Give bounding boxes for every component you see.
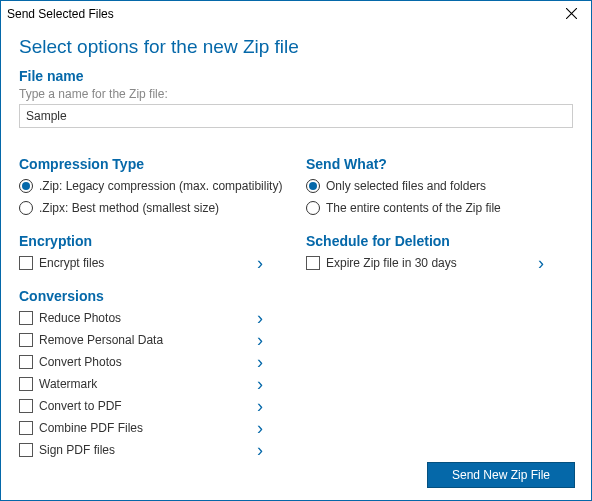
close-button[interactable] xyxy=(551,1,591,26)
radio-icon xyxy=(19,201,33,215)
checkbox-label: Combine PDF Files xyxy=(39,421,143,435)
reduce-photos-checkbox[interactable]: Reduce Photos xyxy=(19,307,121,329)
checkbox-icon xyxy=(19,377,33,391)
filename-hint: Type a name for the Zip file: xyxy=(19,87,573,101)
radio-zip-legacy[interactable]: .Zip: Legacy compression (max. compatibi… xyxy=(19,175,286,197)
combine-pdf-checkbox[interactable]: Combine PDF Files xyxy=(19,417,143,439)
filename-section: File name Type a name for the Zip file: xyxy=(19,68,573,142)
window-title: Send Selected Files xyxy=(7,7,114,21)
radio-label: .Zip: Legacy compression (max. compatibi… xyxy=(39,179,282,193)
send-new-zip-button[interactable]: Send New Zip File xyxy=(427,462,575,488)
chevron-right-icon[interactable]: › xyxy=(251,441,269,459)
radio-zipx-best[interactable]: .Zipx: Best method (smallest size) xyxy=(19,197,286,219)
conversions-heading: Conversions xyxy=(19,288,286,304)
checkbox-icon xyxy=(19,333,33,347)
chevron-right-icon[interactable]: › xyxy=(251,309,269,327)
checkbox-label: Reduce Photos xyxy=(39,311,121,325)
encryption-section: Encryption Encrypt files › xyxy=(19,233,286,274)
checkbox-icon xyxy=(19,355,33,369)
convert-photos-checkbox[interactable]: Convert Photos xyxy=(19,351,122,373)
watermark-checkbox[interactable]: Watermark xyxy=(19,373,97,395)
checkbox-icon xyxy=(19,311,33,325)
filename-heading: File name xyxy=(19,68,573,84)
radio-icon xyxy=(306,179,320,193)
checkbox-label: Convert Photos xyxy=(39,355,122,369)
chevron-right-icon[interactable]: › xyxy=(532,254,550,272)
radio-icon xyxy=(306,201,320,215)
checkbox-icon xyxy=(19,443,33,457)
sign-pdf-checkbox[interactable]: Sign PDF files xyxy=(19,439,115,461)
radio-label: .Zipx: Best method (smallest size) xyxy=(39,201,219,215)
chevron-right-icon[interactable]: › xyxy=(251,419,269,437)
schedule-heading: Schedule for Deletion xyxy=(306,233,573,249)
radio-label: The entire contents of the Zip file xyxy=(326,201,501,215)
sendwhat-section: Send What? Only selected files and folde… xyxy=(306,156,573,219)
compression-section: Compression Type .Zip: Legacy compressio… xyxy=(19,156,286,219)
convert-to-pdf-checkbox[interactable]: Convert to PDF xyxy=(19,395,122,417)
checkbox-label: Remove Personal Data xyxy=(39,333,163,347)
remove-personal-data-checkbox[interactable]: Remove Personal Data xyxy=(19,329,163,351)
checkbox-label: Encrypt files xyxy=(39,256,104,270)
page-title: Select options for the new Zip file xyxy=(19,36,573,58)
chevron-right-icon[interactable]: › xyxy=(251,375,269,393)
chevron-right-icon[interactable]: › xyxy=(251,353,269,371)
checkbox-icon xyxy=(306,256,320,270)
compression-heading: Compression Type xyxy=(19,156,286,172)
checkbox-icon xyxy=(19,399,33,413)
filename-input[interactable] xyxy=(19,104,573,128)
radio-label: Only selected files and folders xyxy=(326,179,486,193)
checkbox-icon xyxy=(19,421,33,435)
expire-zip-checkbox[interactable]: Expire Zip file in 30 days xyxy=(306,252,457,274)
radio-icon xyxy=(19,179,33,193)
conversions-section: Conversions Reduce Photos › Remove Perso… xyxy=(19,288,286,461)
close-icon xyxy=(566,8,577,19)
chevron-right-icon[interactable]: › xyxy=(251,397,269,415)
checkbox-label: Watermark xyxy=(39,377,97,391)
titlebar: Send Selected Files xyxy=(1,1,591,26)
checkbox-label: Convert to PDF xyxy=(39,399,122,413)
encrypt-files-checkbox[interactable]: Encrypt files xyxy=(19,252,104,274)
radio-entire-contents[interactable]: The entire contents of the Zip file xyxy=(306,197,573,219)
chevron-right-icon[interactable]: › xyxy=(251,331,269,349)
checkbox-label: Sign PDF files xyxy=(39,443,115,457)
schedule-section: Schedule for Deletion Expire Zip file in… xyxy=(306,233,573,274)
radio-only-selected[interactable]: Only selected files and folders xyxy=(306,175,573,197)
chevron-right-icon[interactable]: › xyxy=(251,254,269,272)
checkbox-icon xyxy=(19,256,33,270)
encryption-heading: Encryption xyxy=(19,233,286,249)
checkbox-label: Expire Zip file in 30 days xyxy=(326,256,457,270)
sendwhat-heading: Send What? xyxy=(306,156,573,172)
